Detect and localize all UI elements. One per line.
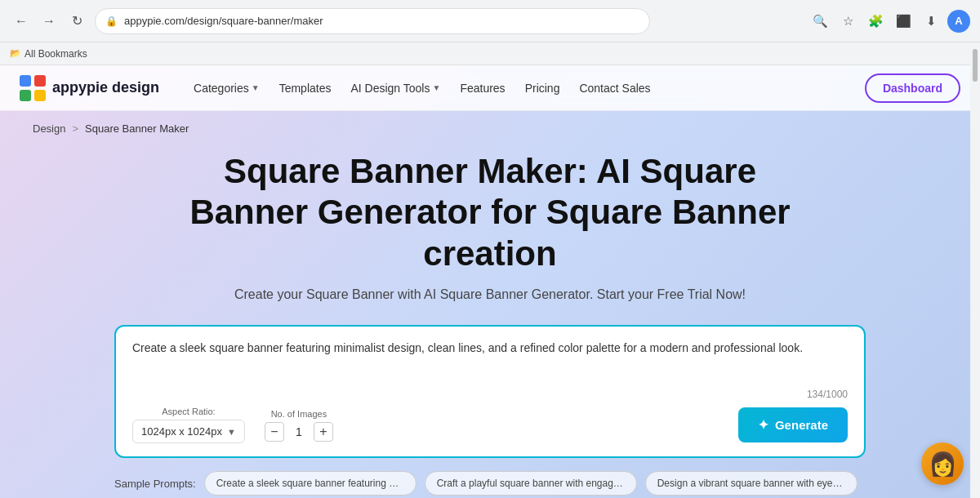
navbar: appypie design Categories ▼ Templates AI… bbox=[0, 65, 980, 111]
prompt-textarea[interactable]: Create a sleek square banner featuring m… bbox=[132, 340, 848, 385]
nav-categories[interactable]: Categories ▼ bbox=[185, 77, 268, 100]
breadcrumb: Design > Square Banner Maker bbox=[0, 111, 980, 135]
increase-button[interactable]: + bbox=[314, 422, 333, 442]
decrease-button[interactable]: − bbox=[265, 422, 284, 442]
svg-rect-2 bbox=[20, 90, 31, 101]
generate-icon: ✦ bbox=[758, 417, 768, 433]
counter-value: 1 bbox=[292, 425, 305, 438]
svg-rect-1 bbox=[34, 75, 46, 87]
aspect-ratio-group: Aspect Ratio: 1024px x 1024px ▼ bbox=[132, 407, 245, 443]
ai-design-dropdown-icon: ▼ bbox=[432, 83, 440, 92]
refresh-button[interactable]: ↻ bbox=[65, 10, 88, 33]
scrollbar[interactable] bbox=[970, 42, 980, 498]
address-bar[interactable]: 🔒 appypie.com/design/square-banner/maker bbox=[95, 8, 650, 34]
scrollbar-thumb[interactable] bbox=[973, 49, 978, 82]
aspect-ratio-value: 1024px x 1024px bbox=[141, 425, 222, 438]
url-text: appypie.com/design/square-banner/maker bbox=[124, 15, 323, 27]
nav-templates[interactable]: Templates bbox=[271, 77, 340, 100]
bookmarks-bar: 📂 All Bookmarks bbox=[0, 42, 980, 65]
svg-rect-0 bbox=[20, 75, 31, 87]
hero-section: Square Banner Maker: AI Square Banner Ge… bbox=[0, 135, 980, 498]
aspect-ratio-dropdown-icon: ▼ bbox=[227, 427, 236, 437]
prompt-footer: Aspect Ratio: 1024px x 1024px ▼ No. of I… bbox=[132, 407, 848, 443]
sample-prompts-label: Sample Prompts: bbox=[114, 478, 196, 490]
forward-button[interactable]: → bbox=[38, 10, 60, 33]
sample-chip-2[interactable]: Craft a playful square banner with engag… bbox=[425, 471, 637, 496]
browser-nav-buttons: ← → ↻ bbox=[10, 10, 88, 33]
browser-chrome: ← → ↻ 🔒 appypie.com/design/square-banner… bbox=[0, 0, 980, 42]
logo-icon bbox=[20, 75, 46, 101]
hero-subtitle: Create your Square Banner with AI Square… bbox=[33, 287, 947, 302]
logo-text: appypie design bbox=[52, 79, 159, 96]
chat-avatar-button[interactable]: 👩 bbox=[921, 442, 964, 485]
hero-title: Square Banner Maker: AI Square Banner Ge… bbox=[163, 151, 817, 274]
lock-icon: 🔒 bbox=[105, 16, 118, 27]
nav-ai-design-tools[interactable]: AI Design Tools ▼ bbox=[342, 77, 448, 100]
svg-rect-3 bbox=[34, 90, 46, 101]
browser-actions: 🔍 ☆ 🧩 ⬛ ⬇ A bbox=[808, 10, 970, 33]
counter-control: − 1 + bbox=[265, 422, 333, 442]
breadcrumb-home[interactable]: Design bbox=[33, 122, 65, 135]
prompt-box: Create a sleek square banner featuring m… bbox=[114, 325, 866, 458]
extension-puzzle-button[interactable]: 🧩 bbox=[864, 10, 887, 33]
bookmark-star-button[interactable]: ☆ bbox=[836, 10, 859, 33]
num-images-group: No. of Images − 1 + bbox=[265, 409, 333, 442]
logo[interactable]: appypie design bbox=[20, 75, 159, 101]
prompt-controls: Aspect Ratio: 1024px x 1024px ▼ No. of I… bbox=[132, 407, 725, 443]
bookmarks-icon: 📂 bbox=[10, 48, 21, 59]
sample-chip-3[interactable]: Design a vibrant square banner with eye-… bbox=[645, 471, 858, 496]
zoom-button[interactable]: 🔍 bbox=[808, 10, 831, 33]
sample-chip-1[interactable]: Create a sleek square banner featuring m… bbox=[204, 471, 416, 496]
nav-features[interactable]: Features bbox=[452, 77, 513, 100]
nav-pricing[interactable]: Pricing bbox=[517, 77, 568, 100]
bookmarks-label: All Bookmarks bbox=[24, 48, 87, 60]
num-images-label: No. of Images bbox=[265, 409, 333, 419]
chat-avatar-icon: 👩 bbox=[929, 451, 957, 478]
breadcrumb-separator: > bbox=[72, 122, 78, 135]
aspect-ratio-select[interactable]: 1024px x 1024px ▼ bbox=[132, 420, 245, 443]
aspect-ratio-label: Aspect Ratio: bbox=[132, 407, 245, 416]
download-button[interactable]: ⬇ bbox=[920, 10, 942, 33]
back-button[interactable]: ← bbox=[10, 10, 33, 33]
char-count: 134/1000 bbox=[807, 389, 848, 400]
categories-dropdown-icon: ▼ bbox=[252, 83, 260, 92]
breadcrumb-current: Square Banner Maker bbox=[85, 122, 189, 135]
nav-links: Categories ▼ Templates AI Design Tools ▼… bbox=[185, 77, 849, 100]
browser-profile-avatar[interactable]: A bbox=[947, 10, 970, 33]
dashboard-button[interactable]: Dashboard bbox=[865, 73, 960, 103]
generate-button[interactable]: ✦ Generate bbox=[738, 407, 848, 442]
sample-prompts: Sample Prompts: Create a sleek square ba… bbox=[114, 471, 866, 496]
extensions-button[interactable]: ⬛ bbox=[892, 10, 915, 33]
nav-contact-sales[interactable]: Contact Sales bbox=[571, 77, 658, 100]
generate-label: Generate bbox=[775, 418, 828, 432]
page: appypie design Categories ▼ Templates AI… bbox=[0, 65, 980, 498]
